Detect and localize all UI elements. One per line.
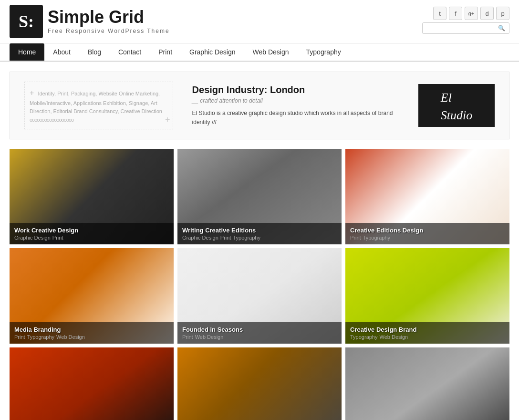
nav-typography[interactable]: Typography	[298, 43, 350, 61]
grid-tag-0-0[interactable]: Graphic Design	[14, 235, 51, 241]
grid-item-tags-0: Graphic DesignPrint	[14, 235, 169, 241]
search-bar: 🔍	[422, 22, 509, 34]
grid-item-2[interactable]: Creative Editions DesignPrintTypography	[345, 149, 509, 244]
grid-item-title-3: Media Branding	[14, 326, 169, 333]
grid-tag-0-1[interactable]: Print	[52, 235, 63, 241]
hero-title: Design Industry: London	[192, 84, 399, 95]
grid-item-title-4: Founded in Seasons	[182, 326, 337, 333]
grid-item-tags-2: PrintTypography	[350, 235, 505, 241]
hero-services-text: Identity, Print, Packaging, Website Onli…	[30, 91, 162, 114]
nav-contact[interactable]: Contact	[110, 43, 150, 61]
grid-tag-1-1[interactable]: Print	[220, 235, 231, 241]
logo-area: S: Simple Grid Free Responsive WordPress…	[10, 5, 170, 38]
grid-tag-2-1[interactable]: Typography	[363, 235, 390, 241]
grid-item-8[interactable]	[345, 347, 509, 420]
header-right: t f g+ d p 🔍	[422, 7, 509, 36]
navbar: Home About Blog Contact Print Graphic De…	[0, 43, 519, 62]
grid-tag-4-0[interactable]: Print	[182, 334, 193, 340]
dribbble-icon[interactable]: d	[480, 7, 494, 20]
grid-tag-5-1[interactable]: Web Design	[379, 334, 408, 340]
nav-home[interactable]: Home	[10, 43, 44, 61]
grid-item-tags-3: PrintTypographyWeb Design	[14, 334, 169, 340]
hero-logo-block: ElStudio	[418, 84, 495, 127]
header: S: Simple Grid Free Responsive WordPress…	[0, 0, 519, 43]
grid-tag-1-2[interactable]: Typography	[233, 235, 260, 241]
grid-item-7[interactable]	[177, 347, 342, 420]
grid-tag-2-0[interactable]: Print	[350, 235, 361, 241]
nav-print[interactable]: Print	[150, 43, 181, 61]
hero-description: El Studio is a creative graphic design s…	[192, 109, 399, 127]
grid-item-title-2: Creative Editions Design	[350, 227, 505, 234]
googleplus-icon[interactable]: g+	[465, 7, 478, 20]
grid-item-title-1: Writing Creative Editions	[182, 227, 337, 234]
social-icons: t f g+ d p	[433, 7, 509, 20]
grid-tag-1-0[interactable]: Graphic Design	[182, 235, 218, 241]
pinterest-icon[interactable]: p	[496, 7, 509, 20]
logo-subtitle: Free Responsive WordPress Theme	[48, 28, 170, 34]
search-icon[interactable]: 🔍	[498, 25, 505, 32]
grid-item-tags-4: PrintWeb Design	[182, 334, 337, 340]
nav-web-design[interactable]: Web Design	[244, 43, 298, 61]
hero-banner: + Identity, Print, Packaging, Website On…	[10, 72, 509, 139]
grid-item-title-0: Work Creative Design	[14, 227, 169, 234]
grid-item-1[interactable]: Writing Creative EditionsGraphic DesignP…	[177, 149, 342, 244]
hero-subtitle: __ crafted attention to detail	[192, 97, 399, 104]
grid-tag-4-1[interactable]: Web Design	[195, 334, 224, 340]
grid-item-3[interactable]: Media BrandingPrintTypographyWeb Design	[10, 248, 174, 344]
hero-content: Design Industry: London __ crafted atten…	[183, 84, 409, 127]
portfolio-grid: Work Creative DesignGraphic DesignPrintW…	[0, 144, 519, 420]
search-input[interactable]	[426, 25, 498, 32]
grid-item-0[interactable]: Work Creative DesignGraphic DesignPrint	[10, 149, 174, 244]
nav-graphic-design[interactable]: Graphic Design	[181, 43, 244, 61]
grid-item-6[interactable]	[10, 347, 174, 420]
logo-text: Simple Grid Free Responsive WordPress Th…	[48, 9, 170, 34]
nav-blog[interactable]: Blog	[79, 43, 110, 61]
logo-icon: S:	[10, 5, 43, 38]
hero-services: + Identity, Print, Packaging, Website On…	[24, 82, 173, 129]
grid-tag-5-0[interactable]: Typography	[350, 334, 377, 340]
logo-title: Simple Grid	[48, 9, 170, 26]
grid-tag-3-2[interactable]: Web Design	[56, 334, 85, 340]
grid-tag-3-1[interactable]: Typography	[27, 334, 54, 340]
facebook-icon[interactable]: f	[449, 7, 462, 20]
grid-item-tags-5: TypographyWeb Design	[350, 334, 505, 340]
grid-tag-3-0[interactable]: Print	[14, 334, 25, 340]
grid-item-4[interactable]: Founded in SeasonsPrintWeb Design	[177, 248, 342, 344]
nav-about[interactable]: About	[44, 43, 79, 61]
grid-item-tags-1: Graphic DesignPrintTypography	[182, 235, 337, 241]
grid-item-5[interactable]: Creative Design BrandTypographyWeb Desig…	[345, 248, 509, 344]
hero-brand-logo: ElStudio	[441, 88, 472, 123]
twitter-icon[interactable]: t	[433, 7, 446, 20]
grid-item-title-5: Creative Design Brand	[350, 326, 505, 333]
